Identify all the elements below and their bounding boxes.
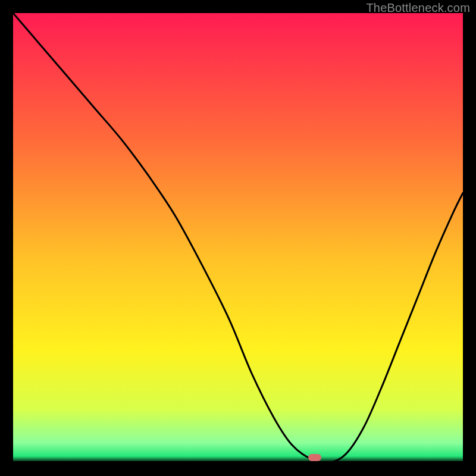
gradient-background	[13, 13, 463, 463]
optimal-marker	[308, 454, 321, 461]
chart-container: TheBottleneck.com	[0, 0, 476, 476]
plot-area	[13, 13, 463, 463]
svg-rect-0	[13, 13, 463, 463]
